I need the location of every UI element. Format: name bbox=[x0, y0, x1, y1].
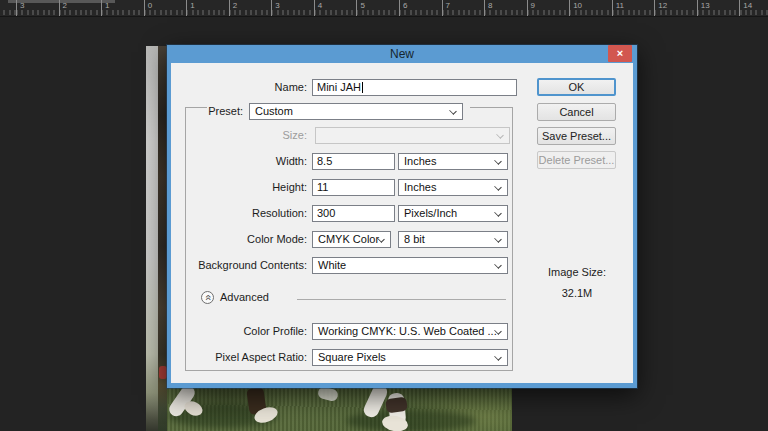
chevron-down-icon bbox=[494, 261, 502, 269]
ruler-tick: 4 bbox=[314, 0, 315, 16]
background-contents-dropdown[interactable]: White bbox=[312, 257, 508, 274]
color-profile-value: Working CMYK: U.S. Web Coated ... bbox=[318, 325, 497, 337]
ruler-tick: 9 bbox=[527, 0, 528, 16]
chevron-down-icon bbox=[496, 131, 504, 139]
name-input[interactable]: Mini JAH bbox=[312, 79, 517, 96]
size-dropdown[interactable] bbox=[315, 127, 510, 144]
ruler-tick: 13 bbox=[697, 0, 698, 16]
width-unit-value: Inches bbox=[404, 155, 436, 167]
name-label: Name: bbox=[171, 79, 307, 96]
width-label: Width: bbox=[171, 153, 307, 170]
ruler-tick: 8 bbox=[484, 0, 485, 16]
chevron-down-icon bbox=[494, 157, 502, 165]
dialog-titlebar[interactable]: New × bbox=[167, 45, 637, 63]
background-contents-value: White bbox=[318, 259, 346, 271]
resolution-unit-value: Pixels/Inch bbox=[404, 207, 457, 219]
image-size-value: 32.1M bbox=[531, 287, 623, 299]
close-button[interactable]: × bbox=[608, 45, 632, 62]
photo-pole bbox=[146, 46, 158, 431]
ruler-tick: 1 bbox=[101, 0, 102, 16]
dialog-title: New bbox=[167, 47, 637, 61]
height-unit-dropdown[interactable]: Inches bbox=[398, 179, 508, 196]
image-size-label: Image Size: bbox=[531, 266, 623, 278]
close-icon: × bbox=[617, 47, 623, 59]
ruler-tick: 7 bbox=[442, 0, 443, 16]
save-preset-button[interactable]: Save Preset... bbox=[537, 127, 616, 145]
groupbox-border bbox=[185, 370, 513, 371]
chevron-down-icon bbox=[494, 183, 502, 191]
resolution-label: Resolution: bbox=[171, 205, 307, 222]
bit-depth-value: 8 bit bbox=[404, 233, 425, 245]
width-input[interactable]: 8.5 bbox=[312, 153, 395, 170]
ruler-tick: 0 bbox=[144, 0, 145, 16]
ruler-tick: 3 bbox=[271, 0, 272, 16]
advanced-label[interactable]: Advanced bbox=[220, 289, 269, 306]
pixel-aspect-ratio-dropdown[interactable]: Square Pixels bbox=[312, 349, 508, 366]
horizontal-ruler[interactable]: 32101234567891011121314 bbox=[0, 0, 768, 17]
bit-depth-dropdown[interactable]: 8 bit bbox=[398, 231, 508, 248]
delete-preset-button[interactable]: Delete Preset... bbox=[537, 151, 616, 169]
width-unit-dropdown[interactable]: Inches bbox=[398, 153, 508, 170]
color-mode-dropdown[interactable]: CMYK Color bbox=[312, 231, 391, 248]
photo-red-detail bbox=[159, 366, 167, 379]
chevron-down-icon bbox=[494, 353, 502, 361]
new-document-dialog: New × Name: Mini JAH Preset: Custom bbox=[167, 45, 637, 388]
ok-button[interactable]: OK bbox=[537, 78, 616, 96]
pixel-aspect-ratio-label: Pixel Aspect Ratio: bbox=[171, 349, 307, 366]
ruler-tick: 1 bbox=[186, 0, 187, 16]
chevron-down-icon bbox=[494, 209, 502, 217]
ruler-tick: 10 bbox=[569, 0, 570, 16]
ruler-tick: 3 bbox=[16, 0, 17, 16]
ruler-tick: 11 bbox=[612, 0, 613, 16]
preset-value: Custom bbox=[255, 105, 293, 117]
photoshop-workspace: 32101234567891011121314 New × bbox=[0, 0, 768, 431]
height-unit-value: Inches bbox=[404, 181, 436, 193]
size-label: Size: bbox=[171, 127, 307, 144]
dialog-body: Name: Mini JAH Preset: Custom Size: Widt… bbox=[171, 63, 633, 383]
ruler-tick: 12 bbox=[654, 0, 655, 16]
height-input[interactable]: 11 bbox=[312, 179, 395, 196]
advanced-toggle-icon[interactable]: « bbox=[201, 291, 214, 304]
chevron-down-icon bbox=[449, 107, 457, 115]
background-contents-label: Background Contents: bbox=[171, 257, 307, 274]
pixel-aspect-ratio-value: Square Pixels bbox=[318, 351, 386, 363]
ruler-tick: 5 bbox=[356, 0, 357, 16]
text-cursor bbox=[362, 82, 363, 93]
ruler-minor-ticks bbox=[0, 10, 768, 15]
name-value: Mini JAH bbox=[317, 81, 361, 93]
ruler-tick: 2 bbox=[59, 0, 60, 16]
color-mode-label: Color Mode: bbox=[171, 231, 307, 248]
chevron-down-icon bbox=[494, 235, 502, 243]
color-profile-dropdown[interactable]: Working CMYK: U.S. Web Coated ... bbox=[312, 323, 508, 340]
resolution-input[interactable]: 300 bbox=[312, 205, 395, 222]
height-label: Height: bbox=[171, 179, 307, 196]
color-profile-label: Color Profile: bbox=[171, 323, 307, 340]
double-chevron-up-icon: « bbox=[203, 292, 214, 303]
preset-label: Preset: bbox=[171, 103, 243, 120]
advanced-divider bbox=[297, 299, 506, 300]
ruler-tick: 6 bbox=[399, 0, 400, 16]
ruler-tick: 2 bbox=[229, 0, 230, 16]
cancel-button[interactable]: Cancel bbox=[537, 103, 616, 121]
groupbox-border bbox=[512, 107, 513, 370]
resolution-unit-dropdown[interactable]: Pixels/Inch bbox=[398, 205, 508, 222]
ruler-tick: 14 bbox=[739, 0, 740, 16]
groupbox-border bbox=[470, 107, 512, 108]
color-mode-value: CMYK Color bbox=[318, 233, 379, 245]
preset-dropdown[interactable]: Custom bbox=[249, 103, 463, 120]
